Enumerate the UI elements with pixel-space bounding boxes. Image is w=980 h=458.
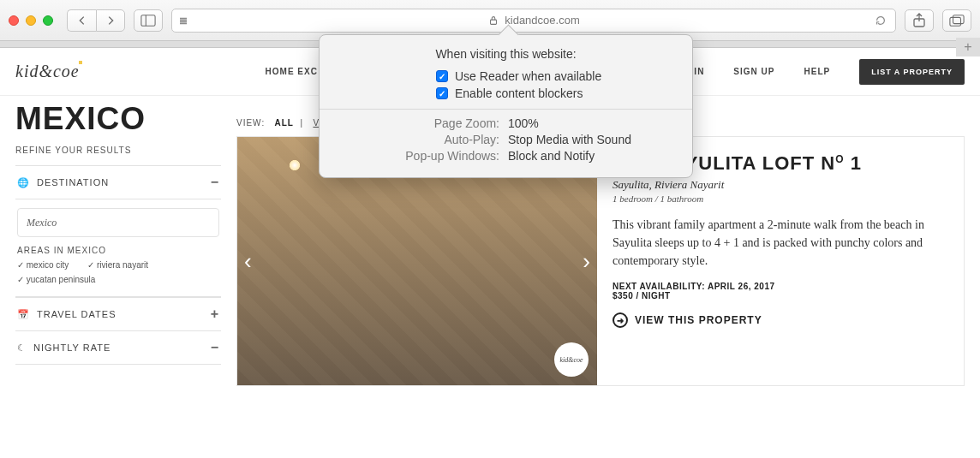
show-tabs-button[interactable] [942, 9, 971, 32]
area-option[interactable]: yucatan peninsula [17, 275, 95, 284]
facet-travel-dates-label: TRAVEL DATES [37, 309, 116, 319]
nav-back-forward [67, 9, 125, 32]
site-logo[interactable]: kid&coe [15, 62, 80, 81]
arrow-circle-icon: ➜ [612, 312, 628, 328]
checkbox-checked-icon[interactable]: ✓ [436, 87, 448, 99]
chevron-left-icon [76, 15, 88, 27]
area-option[interactable]: riviera nayarit [87, 260, 148, 270]
page-zoom-row[interactable]: Page Zoom: 100% [337, 116, 675, 130]
areas-heading: AREAS IN MEXICO [17, 246, 219, 255]
page-title: MEXICO [15, 101, 221, 137]
refine-label: REFINE YOUR RESULTS [15, 146, 221, 155]
view-property-link[interactable]: ➜ VIEW THIS PROPERTY [612, 312, 945, 328]
facet-nightly-rate-label: NIGHTLY RATE [33, 342, 111, 353]
window-controls [9, 15, 53, 26]
area-option[interactable]: mexico city [17, 260, 69, 270]
view-property-label: VIEW THIS PROPERTY [635, 314, 762, 326]
facet-destination-header[interactable]: 🌐 DESTINATION − [15, 165, 221, 199]
destination-input[interactable] [17, 208, 219, 237]
chevron-right-icon [105, 15, 117, 27]
content-blockers-label: Enable content blockers [455, 86, 583, 100]
reload-button[interactable] [875, 15, 887, 27]
sidebar-icon [140, 13, 156, 28]
expand-icon: + [211, 306, 219, 322]
brand-badge: kid&coe [554, 342, 589, 377]
facet-nightly-rate[interactable]: ☾ NIGHTLY RATE − [15, 331, 221, 365]
globe-icon: 🌐 [17, 177, 30, 188]
popup-windows-key: Pop-up Windows: [337, 149, 499, 163]
minimize-window-button[interactable] [26, 15, 36, 26]
share-icon [911, 13, 927, 28]
collapse-icon: − [211, 340, 219, 355]
next-photo-button[interactable]: › [583, 248, 590, 275]
svg-rect-0 [141, 15, 155, 26]
facet-travel-dates[interactable]: 📅 TRAVEL DATES + [15, 297, 221, 331]
facet-destination-label: DESTINATION [37, 177, 109, 187]
view-label: VIEW: [236, 118, 265, 128]
website-settings-popover: When visiting this website: ✓ Use Reader… [319, 34, 693, 178]
auto-play-key: Auto-Play: [337, 133, 499, 146]
auto-play-row[interactable]: Auto-Play: Stop Media with Sound [337, 133, 675, 146]
reload-icon [875, 15, 887, 27]
listing-description: This vibrant family apartment a 2-minute… [612, 216, 945, 270]
listing-availability: NEXT AVAILABILITY: APRIL 26, 2017 [612, 282, 945, 291]
sidebar-button[interactable] [134, 9, 163, 32]
zoom-window-button[interactable] [43, 15, 53, 26]
reader-icon[interactable]: ≣ [179, 15, 188, 27]
auto-play-value: Stop Media with Sound [508, 133, 631, 146]
moon-icon: ☾ [17, 342, 27, 354]
lock-icon [487, 15, 499, 27]
destination-panel: AREAS IN MEXICO mexico city riviera naya… [15, 199, 221, 297]
calendar-icon: 📅 [17, 309, 30, 320]
back-button[interactable] [67, 9, 96, 32]
content-blockers-row[interactable]: ✓ Enable content blockers [436, 86, 675, 100]
use-reader-label: Use Reader when available [455, 69, 601, 83]
page-zoom-value: 100% [508, 116, 539, 130]
tabs-icon [949, 13, 965, 28]
nav-home-exchange[interactable]: HOME EXC [266, 67, 318, 76]
popup-windows-value: Block and Notify [508, 149, 595, 163]
list-property-button[interactable]: LIST A PROPERTY [859, 59, 965, 85]
forward-button[interactable] [96, 9, 125, 32]
nav-help[interactable]: HELP [804, 67, 830, 76]
use-reader-row[interactable]: ✓ Use Reader when available [436, 69, 675, 83]
checkbox-checked-icon[interactable]: ✓ [436, 70, 448, 82]
close-window-button[interactable] [9, 15, 19, 26]
page-zoom-key: Page Zoom: [337, 116, 499, 130]
popover-title: When visiting this website: [337, 47, 675, 61]
listing-price: $350 / NIGHT [612, 291, 945, 300]
popup-windows-row[interactable]: Pop-up Windows: Block and Notify [337, 149, 675, 163]
url-text: kidandcoe.com [505, 14, 579, 27]
view-all[interactable]: ALL [275, 118, 294, 128]
svg-rect-5 [953, 15, 965, 23]
listing-location: Sayulita, Riviera Nayarit [612, 178, 945, 192]
collapse-icon: − [211, 175, 219, 190]
nav-sign-up[interactable]: SIGN UP [733, 67, 774, 76]
filter-sidebar: MEXICO REFINE YOUR RESULTS 🌐 DESTINATION… [15, 101, 221, 386]
divider [320, 109, 692, 110]
share-button[interactable] [905, 9, 934, 32]
address-bar[interactable]: ≣ kidandcoe.com [171, 9, 896, 33]
prev-photo-button[interactable]: ‹ [244, 248, 252, 275]
svg-rect-4 [950, 17, 961, 26]
svg-rect-2 [491, 20, 497, 24]
listing-beds: 1 bedroom / 1 bathroom [612, 193, 945, 204]
